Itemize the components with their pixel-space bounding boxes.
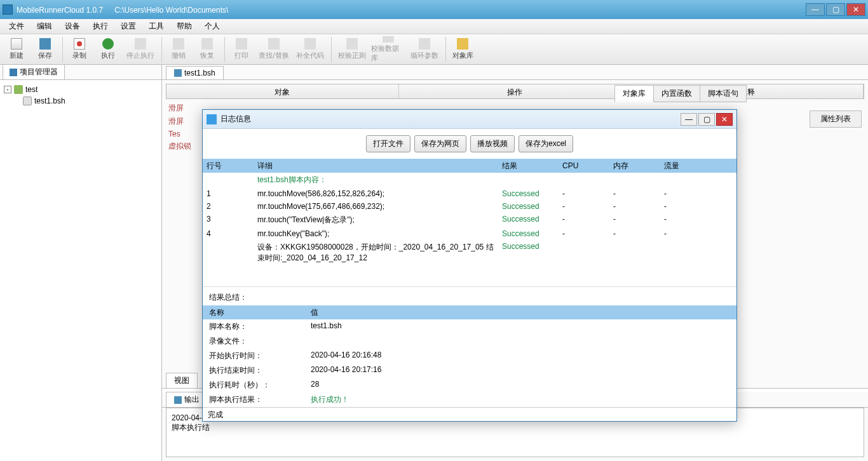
side-tab-script-statement[interactable]: 脚本语句	[700, 85, 747, 102]
object-library-button[interactable]: 对象库	[449, 36, 477, 63]
play-video-button[interactable]: 播放视频	[470, 135, 515, 152]
loop-icon	[419, 38, 430, 50]
menu-settings[interactable]: 设置	[114, 19, 142, 34]
summary-body: 脚本名称：test1.bsh 录像文件： 开始执行时间：2020-04-16 2…	[203, 319, 736, 407]
run-icon	[102, 38, 114, 50]
log-device-row: 设备：XKKGK19508000028，开始时间：_2020_04_16_20_…	[203, 240, 736, 265]
log-row: 4mr.touchKey("Back");Successed---	[203, 227, 736, 240]
record-button[interactable]: 录制	[65, 36, 93, 63]
summary-row: 开始执行时间：2020-04-16 20:16:48	[203, 349, 736, 363]
summary-row: 录像文件：	[203, 334, 736, 349]
undo-button[interactable]: 撤销	[165, 36, 193, 63]
toolbar: 新建 保存 录制 执行 停止执行 撤销 恢复 打印 查找/替换 补全代码 校验正…	[0, 34, 868, 65]
dialog-buttons: 打开文件 保存为网页 播放视频 保存为excel	[203, 129, 736, 159]
find-replace-button[interactable]: 查找/替换	[256, 36, 292, 63]
new-button[interactable]: 新建	[3, 36, 31, 63]
print-icon	[236, 38, 247, 50]
dialog-close-button[interactable]: ✕	[716, 113, 733, 126]
save-icon	[39, 38, 51, 50]
redo-button[interactable]: 恢复	[193, 36, 221, 63]
record-icon	[74, 38, 85, 50]
col-memory: 内存	[609, 159, 660, 173]
menu-file[interactable]: 文件	[3, 19, 31, 34]
col-detail: 详细	[254, 159, 498, 173]
app-title: MobileRunnerCloud 1.0.7 C:\Users\Hello W…	[17, 5, 228, 15]
summary-title: 结果总结：	[203, 287, 736, 305]
log-row: 3mr.touch("TextView|备忘录");Successed---	[203, 213, 736, 227]
menu-edit[interactable]: 编辑	[31, 19, 58, 34]
validate-db-button[interactable]: 校验数据库	[370, 36, 406, 63]
tree-root[interactable]: -test	[4, 84, 158, 95]
save-as-web-button[interactable]: 保存为网页	[414, 135, 466, 152]
summary-row: 执行耗时（秒）：28	[203, 378, 736, 392]
app-icon	[3, 4, 13, 15]
save-button[interactable]: 保存	[31, 36, 59, 63]
log-row: 1mr.touchMove(586,826,152,826,264);Succe…	[203, 187, 736, 200]
database-icon	[383, 36, 394, 43]
main-titlebar: MobileRunnerCloud 1.0.7 C:\Users\Hello W…	[0, 0, 868, 19]
print-button[interactable]: 打印	[227, 36, 255, 63]
collapse-icon[interactable]: -	[4, 86, 11, 93]
library-icon	[457, 38, 468, 50]
run-button[interactable]: 执行	[94, 36, 122, 63]
summary-row: 脚本执行结果：执行成功！	[203, 392, 736, 407]
menu-personal[interactable]: 个人	[198, 19, 226, 34]
editor-tabs: test1.bsh	[162, 65, 868, 80]
close-button[interactable]: ✕	[846, 3, 865, 16]
menu-help[interactable]: 帮助	[170, 19, 198, 34]
col-object: 对象	[166, 84, 399, 98]
maximize-button[interactable]: ▢	[826, 3, 845, 16]
dialog-title: 日志信息	[220, 114, 251, 124]
stop-button[interactable]: 停止执行	[123, 36, 158, 63]
col-result: 结果	[498, 159, 559, 173]
file-icon	[174, 69, 182, 77]
log-table-body[interactable]: test1.bsh脚本内容： 1mr.touchMove(586,826,152…	[203, 173, 736, 287]
dialog-titlebar: 日志信息 — ▢ ✕	[203, 110, 736, 129]
save-as-excel-button[interactable]: 保存为excel	[519, 135, 573, 152]
menubar: 文件 编辑 设备 执行 设置 工具 帮助 个人	[0, 19, 868, 34]
dialog-status: 完成	[203, 407, 736, 421]
code-icon	[304, 38, 316, 50]
view-tab[interactable]: 视图	[166, 373, 198, 388]
regex-icon	[346, 38, 358, 50]
col-name: 名称	[203, 305, 304, 320]
editor-tab-active[interactable]: test1.bsh	[166, 66, 224, 79]
col-operation: 操作	[399, 84, 632, 98]
dialog-minimize-button[interactable]: —	[681, 113, 697, 126]
undo-icon	[173, 38, 184, 50]
minimize-button[interactable]: —	[806, 3, 825, 16]
attribute-list-tab[interactable]: 属性列表	[810, 110, 862, 128]
menu-execute[interactable]: 执行	[86, 19, 114, 34]
output-line: 脚本执行结	[172, 422, 858, 433]
col-traffic: 流量	[660, 159, 711, 173]
menu-tools[interactable]: 工具	[142, 19, 170, 34]
col-cpu: CPU	[559, 159, 609, 172]
tree-file[interactable]: test1.bsh	[4, 95, 158, 107]
summary-row: 执行结束时间：2020-04-16 20:17:16	[203, 363, 736, 378]
summary-row: 脚本名称：test1.bsh	[203, 319, 736, 334]
side-tab-object-library[interactable]: 对象库	[614, 85, 654, 102]
project-panel-tab: 项目管理器	[0, 65, 161, 80]
loop-params-button[interactable]: 循环参数	[407, 36, 442, 63]
folder-icon	[10, 69, 17, 76]
search-icon	[268, 38, 280, 50]
dialog-icon	[207, 114, 217, 124]
open-file-button[interactable]: 打开文件	[366, 135, 410, 152]
log-row: 2mr.touchMove(175,667,486,669,232);Succe…	[203, 200, 736, 213]
side-tab-builtin-func[interactable]: 内置函数	[653, 85, 700, 102]
step-grid-header: 对象 操作 注释	[166, 84, 864, 99]
project-icon	[14, 85, 23, 94]
new-icon	[11, 38, 22, 50]
col-value: 值	[304, 305, 736, 320]
menu-device[interactable]: 设备	[58, 19, 86, 34]
project-manager-tab[interactable]: 项目管理器	[3, 64, 65, 79]
log-script-header: test1.bsh脚本内容：	[254, 173, 498, 187]
side-tabs: 对象库 内置函数 脚本语句	[614, 85, 746, 102]
dialog-maximize-button[interactable]: ▢	[698, 113, 715, 126]
validate-regex-button[interactable]: 校验正则	[334, 36, 370, 63]
summary-header: 名称 值	[203, 305, 736, 319]
project-tree: -test test1.bsh	[0, 80, 161, 461]
stop-icon	[135, 38, 146, 50]
log-info-dialog: 日志信息 — ▢ ✕ 打开文件 保存为网页 播放视频 保存为excel 行号 详…	[202, 109, 737, 422]
complete-code-button[interactable]: 补全代码	[292, 36, 328, 63]
